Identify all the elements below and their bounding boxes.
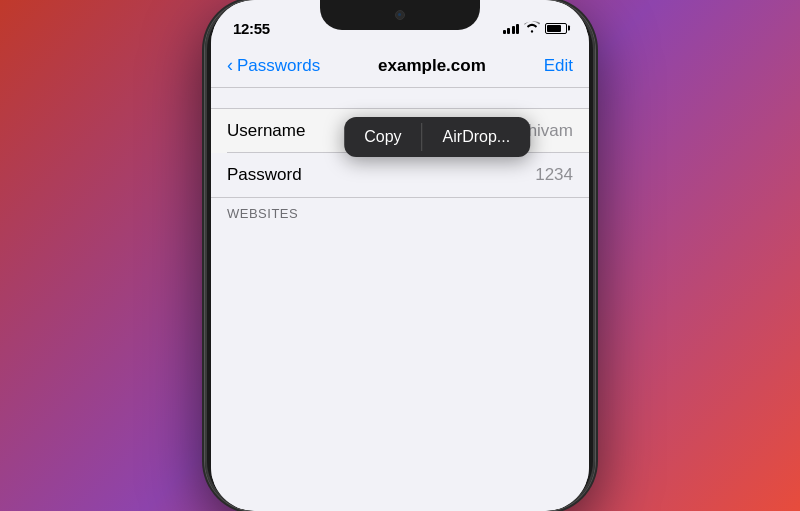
back-label: Passwords [237, 56, 320, 76]
context-menu: Copy AirDrop... [344, 117, 530, 157]
nav-bar: ‹ Passwords example.com Edit [211, 44, 589, 88]
notch [320, 0, 480, 30]
back-button[interactable]: ‹ Passwords [227, 56, 320, 76]
password-row[interactable]: Password 1234 [211, 153, 589, 197]
front-camera [395, 10, 405, 20]
websites-section-header: WEBSITES [211, 198, 589, 225]
password-value: 1234 [535, 165, 573, 185]
battery-icon [545, 23, 567, 34]
signal-icon [503, 22, 520, 34]
password-label: Password [227, 165, 302, 185]
screen: 12:55 [211, 0, 589, 511]
page-title: example.com [378, 56, 486, 76]
back-chevron-icon: ‹ [227, 55, 233, 76]
username-label: Username [227, 121, 305, 141]
status-time: 12:55 [233, 20, 270, 37]
phone-frame: 12:55 [205, 0, 595, 511]
content-area: Username shivam Copy AirDrop... Password… [211, 88, 589, 511]
wifi-icon [524, 21, 540, 36]
edit-button[interactable]: Edit [544, 56, 573, 76]
context-copy-button[interactable]: Copy [344, 117, 421, 157]
credentials-table: Username shivam Copy AirDrop... Password… [211, 108, 589, 198]
status-icons [503, 21, 568, 36]
username-row[interactable]: Username shivam Copy AirDrop... [211, 109, 589, 153]
context-airdrop-button[interactable]: AirDrop... [423, 117, 531, 157]
